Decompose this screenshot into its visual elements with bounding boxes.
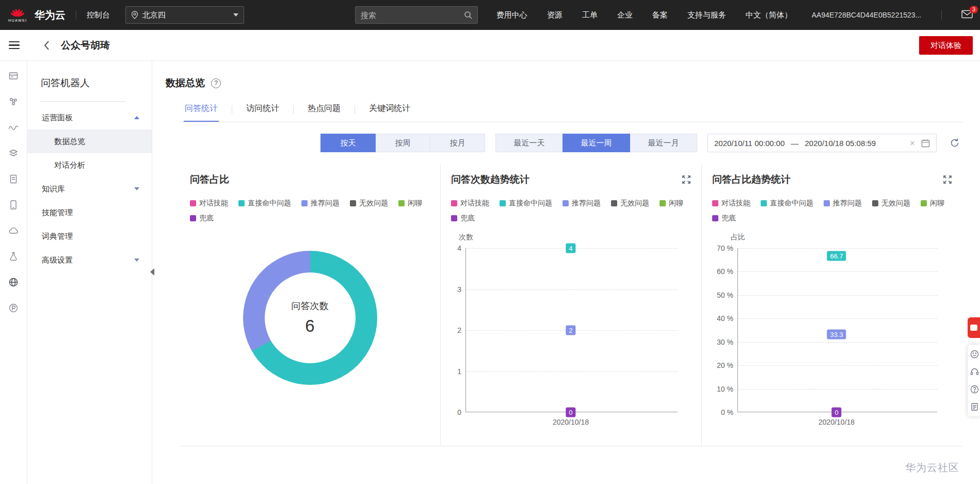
legend-label: 对话技能 bbox=[199, 199, 228, 208]
legend-item[interactable]: 无效问题 bbox=[350, 199, 388, 208]
huawei-logo[interactable]: HUAWEI bbox=[8, 8, 27, 22]
menu-icp-filing[interactable]: 备案 bbox=[652, 10, 668, 20]
fullscreen-button[interactable] bbox=[682, 175, 691, 184]
menu-tickets[interactable]: 工单 bbox=[582, 10, 598, 20]
fullscreen-button[interactable] bbox=[943, 175, 952, 184]
legend-item[interactable]: 推荐问题 bbox=[563, 199, 601, 208]
y-tick-label: 10 % bbox=[717, 385, 733, 393]
globe-icon[interactable] bbox=[0, 269, 27, 295]
legend-swatch bbox=[350, 200, 356, 206]
layers-icon[interactable] bbox=[0, 140, 27, 166]
legend-item[interactable]: 推荐问题 bbox=[301, 199, 340, 208]
console-link[interactable]: 控制台 bbox=[87, 10, 110, 20]
legend-item[interactable]: 兜底 bbox=[451, 214, 475, 223]
legend-item[interactable]: 兜底 bbox=[190, 214, 214, 223]
sidebar-item-dialog-analysis[interactable]: 对话分析 bbox=[27, 153, 152, 177]
menu-billing-center[interactable]: 费用中心 bbox=[496, 10, 527, 20]
sidebar-item-skill-management[interactable]: 技能管理 bbox=[27, 201, 152, 224]
granularity-group: 按天 按周 按月 bbox=[320, 134, 485, 152]
help-circle-icon[interactable] bbox=[970, 385, 980, 394]
tab-keyword-stats[interactable]: 关键词统计 bbox=[368, 98, 411, 122]
customer-service-robot-button[interactable] bbox=[968, 317, 980, 338]
menu-resources[interactable]: 资源 bbox=[547, 10, 563, 20]
menu-support[interactable]: 支持与服务 bbox=[687, 10, 726, 20]
region-selector[interactable]: 北京四 bbox=[125, 6, 244, 24]
chevron-up-icon bbox=[134, 116, 139, 119]
back-button[interactable] bbox=[43, 40, 50, 51]
brand-name[interactable]: 华为云 bbox=[35, 8, 66, 22]
molecule-icon[interactable] bbox=[0, 89, 27, 115]
menu-toggle-icon[interactable] bbox=[9, 41, 20, 50]
btn-last-month[interactable]: 最近一月 bbox=[630, 134, 697, 152]
legend-label: 对话技能 bbox=[460, 199, 489, 208]
data-point[interactable]: 33.3 bbox=[827, 329, 846, 339]
sidebar-item-data-overview[interactable]: 数据总览 bbox=[27, 130, 152, 153]
y-tick-label: 50 % bbox=[717, 291, 733, 299]
help-icon[interactable]: ? bbox=[211, 78, 221, 88]
p-circle-icon[interactable] bbox=[0, 295, 27, 321]
wave-icon[interactable] bbox=[0, 115, 27, 140]
data-point[interactable]: 66.7 bbox=[827, 251, 846, 261]
flask-icon[interactable] bbox=[0, 244, 27, 269]
date-range-picker[interactable]: 2020/10/11 00:00:00 — 2020/10/18 05:08:5… bbox=[708, 134, 937, 152]
document-icon[interactable] bbox=[0, 166, 27, 192]
emoticon-icon[interactable] bbox=[970, 350, 980, 359]
sidebar-item-dictionary-management[interactable]: 词典管理 bbox=[27, 224, 152, 248]
tablet-icon[interactable] bbox=[0, 192, 27, 218]
account-id[interactable]: AA94E728BC4D44E0B5221523... bbox=[812, 11, 922, 19]
legend-item[interactable]: 直接命中问题 bbox=[761, 199, 813, 208]
refresh-button[interactable] bbox=[947, 135, 962, 151]
btn-last-week[interactable]: 最近一周 bbox=[563, 134, 630, 152]
legend-item[interactable]: 直接命中问题 bbox=[238, 199, 291, 208]
donut-chart[interactable]: 问答次数 6 bbox=[243, 251, 377, 385]
clear-date-icon[interactable]: × bbox=[910, 139, 915, 148]
legend-item[interactable]: 闲聊 bbox=[921, 199, 944, 208]
legend-swatch bbox=[190, 200, 196, 206]
sidebar-group-knowledge-base[interactable]: 知识库 bbox=[27, 177, 152, 201]
btn-last-day[interactable]: 最近一天 bbox=[495, 134, 563, 152]
search-icon[interactable] bbox=[464, 11, 472, 19]
btn-by-month[interactable]: 按月 bbox=[430, 134, 485, 152]
legend-item[interactable]: 对话技能 bbox=[451, 199, 489, 208]
tab-hot-questions[interactable]: 热点问题 bbox=[307, 98, 342, 122]
sidebar-group-advanced-settings[interactable]: 高级设置 bbox=[27, 248, 152, 272]
legend-item[interactable]: 闲聊 bbox=[398, 199, 422, 208]
scatter-chart-qa-count[interactable]: 次数012344202020/10/18 bbox=[465, 248, 678, 412]
y-tick-label: 20 % bbox=[717, 361, 733, 369]
survey-icon[interactable] bbox=[970, 402, 980, 411]
box-icon[interactable] bbox=[0, 63, 27, 89]
menu-language[interactable]: 中文（简体） bbox=[746, 10, 792, 20]
calendar-icon[interactable] bbox=[921, 139, 930, 148]
headset-icon[interactable] bbox=[970, 367, 980, 376]
legend-item[interactable]: 无效问题 bbox=[611, 199, 649, 208]
btn-by-week[interactable]: 按周 bbox=[375, 134, 430, 152]
sidebar-item-label: 数据总览 bbox=[54, 137, 85, 147]
legend-item[interactable]: 对话技能 bbox=[712, 199, 750, 208]
menu-enterprise[interactable]: 企业 bbox=[617, 10, 633, 20]
sidebar-group-operations-panel[interactable]: 运营面板 bbox=[27, 106, 152, 130]
data-point[interactable]: 2 bbox=[566, 326, 575, 335]
legend-item[interactable]: 闲聊 bbox=[660, 199, 683, 208]
tab-qa-stats[interactable]: 问答统计 bbox=[184, 98, 219, 122]
legend-label: 推荐问题 bbox=[311, 199, 340, 208]
search-box[interactable] bbox=[355, 6, 478, 24]
sidebar-collapse-handle[interactable] bbox=[150, 268, 154, 276]
legend-swatch bbox=[451, 215, 457, 221]
legend-item[interactable]: 兜底 bbox=[712, 214, 736, 223]
legend-item[interactable]: 对话技能 bbox=[190, 199, 228, 208]
y-tick-label: 0 bbox=[457, 408, 461, 416]
messages-button[interactable]: 3 bbox=[961, 10, 973, 21]
data-point[interactable]: 0 bbox=[566, 408, 575, 417]
btn-by-day[interactable]: 按天 bbox=[320, 134, 376, 152]
tab-visit-stats[interactable]: 访问统计 bbox=[245, 98, 280, 122]
dialog-experience-button[interactable]: 对话体验 bbox=[919, 36, 973, 55]
legend-item[interactable]: 直接命中问题 bbox=[500, 199, 552, 208]
legend-item[interactable]: 无效问题 bbox=[872, 199, 910, 208]
data-point[interactable]: 4 bbox=[566, 244, 575, 253]
legend-item[interactable]: 推荐问题 bbox=[824, 199, 862, 208]
data-point[interactable]: 0 bbox=[831, 408, 841, 417]
cloud-icon[interactable] bbox=[0, 218, 27, 244]
search-input[interactable] bbox=[361, 11, 464, 20]
legend-swatch bbox=[563, 200, 569, 206]
scatter-chart-qa-ratio[interactable]: 占比0 %10 %20 %30 %40 %50 %60 %70 %66.733.… bbox=[737, 248, 937, 412]
